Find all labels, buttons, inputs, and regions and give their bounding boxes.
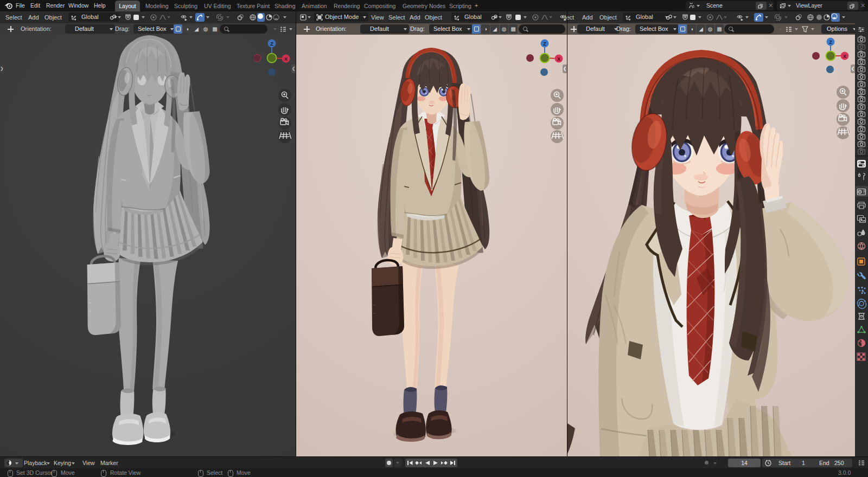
svg-text:X: X: [843, 54, 846, 59]
svg-text:X: X: [557, 56, 560, 62]
svg-text:Z: Z: [270, 41, 273, 47]
svg-text:Z: Z: [543, 41, 546, 47]
svg-text:X: X: [284, 56, 288, 62]
svg-text:Z: Z: [829, 40, 832, 45]
